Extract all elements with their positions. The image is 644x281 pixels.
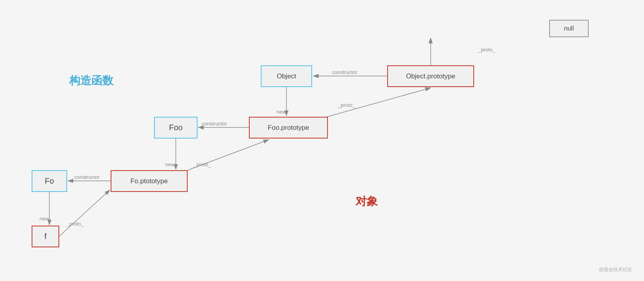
- constructor-section-label: 构造函数: [69, 73, 113, 88]
- svg-line-11: [59, 190, 110, 236]
- arrows-svg: [0, 0, 644, 281]
- proto-label-4: _proto_: [478, 47, 495, 53]
- fo-prototype-node: Fo.ptototype: [111, 170, 188, 192]
- foo-prototype-label: Foo.prototype: [268, 124, 309, 132]
- null-label: null: [564, 25, 574, 32]
- object-prototype-label: Object.prototype: [406, 72, 456, 80]
- foo-node: Foo: [154, 117, 198, 139]
- constructor-label-3: constructor: [74, 174, 100, 180]
- null-node: null: [549, 20, 589, 37]
- object-node: Object: [261, 65, 312, 87]
- constructor-label-2: constructor: [201, 121, 227, 127]
- foo-prototype-node: Foo.prototype: [249, 117, 328, 139]
- fo-node: Fo: [32, 170, 67, 192]
- constructor-label-1: constructor: [332, 69, 357, 75]
- diagram-container: null Object Object.prototype Foo Foo.pro…: [0, 0, 644, 281]
- new-label-1: new: [277, 109, 286, 115]
- new-label-3: new: [40, 216, 49, 222]
- f-label: f: [44, 232, 47, 241]
- fo-label: Fo: [45, 177, 54, 186]
- fo-prototype-label: Fo.ptototype: [130, 177, 168, 185]
- object-section-label: 对象: [356, 194, 378, 209]
- object-prototype-node: Object.prototype: [387, 65, 474, 87]
- foo-label: Foo: [169, 123, 183, 132]
- proto-label-2: _proto_: [194, 161, 211, 167]
- watermark: @掘金技术社区: [599, 266, 632, 273]
- proto-label-1: _proto_: [338, 102, 355, 108]
- proto-label-3: _proto_: [66, 221, 84, 227]
- new-label-2: new: [165, 161, 175, 167]
- object-label: Object: [277, 72, 296, 80]
- f-node: f: [32, 226, 59, 247]
